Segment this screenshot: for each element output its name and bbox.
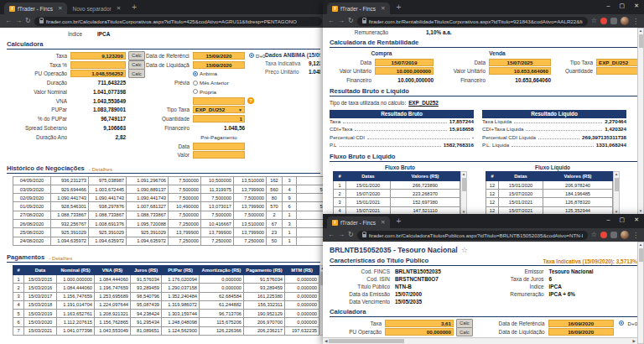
calc-button[interactable]: Calc — [456, 319, 473, 328]
forward-icon[interactable]: → — [15, 18, 22, 24]
fluxo-liquido-scrollbar[interactable]: ▲▼ — [613, 171, 620, 215]
quantidade-input[interactable]: 1 — [193, 115, 245, 122]
calc-button[interactable]: Calc — [128, 51, 145, 60]
tab-ftrader[interactable]: f fTrader - Fincs ✕ — [4, 3, 67, 14]
tab-ftrader[interactable]: f fTrader - Fincs ✕ — [327, 216, 390, 228]
field-input[interactable] — [70, 61, 126, 69]
help-icon[interactable]: ? — [247, 97, 254, 104]
address-field[interactable]: ftrader.com.br/RentabilidadeTitulosCorpo… — [357, 17, 588, 26]
venda-vu-input[interactable]: 10.653,664060 — [489, 67, 551, 75]
prepag-valor-input[interactable] — [193, 151, 245, 159]
field-label: Data da Emissão — [330, 291, 390, 297]
bookmark-star-icon[interactable]: ☆ — [591, 18, 597, 24]
address-field[interactable]: ftrader.com.br/CalculadoraTitulosCorpora… — [34, 17, 322, 26]
minimize-button[interactable]: – — [607, 216, 610, 223]
menu-kebab-icon[interactable]: ⋮ — [632, 232, 639, 239]
data-referencia-input[interactable]: 16/09/2020 — [548, 320, 614, 327]
venda-data-input[interactable]: 15/07/2025 — [489, 59, 551, 66]
result-value: 15,918658 — [449, 126, 474, 132]
tab-close-icon[interactable]: ✕ — [117, 5, 121, 12]
tab-close-icon[interactable]: ✕ — [58, 5, 62, 12]
table-cell: 1.041,077398 — [57, 326, 95, 335]
field-label: Valor Nominal — [7, 89, 67, 95]
profile-avatar[interactable] — [621, 17, 629, 25]
calc-button[interactable]: Calc — [456, 327, 473, 336]
previa-anbima-radio[interactable] — [193, 71, 198, 76]
fluxo-bruto-scrollbar[interactable]: ▲▼ — [460, 171, 467, 215]
extension-red-icon[interactable] — [600, 18, 607, 24]
d0-radio[interactable] — [619, 321, 624, 326]
table-cell: 5 — [13, 310, 24, 318]
table-cell: 3 — [283, 220, 297, 228]
maximize-button[interactable]: ▢ — [620, 3, 626, 9]
extension-icon[interactable] — [610, 232, 617, 238]
compra-header: Compra — [330, 50, 434, 58]
previa-custom-input[interactable] — [193, 97, 245, 105]
calc-button[interactable]: Calc — [128, 60, 145, 70]
reload-icon[interactable]: ↻ — [348, 232, 354, 238]
back-icon[interactable]: ← — [5, 18, 12, 24]
historico-table-wrap: 04/09/2020936,231273975,0389871.091,2967… — [7, 176, 320, 246]
horizontal-scrollbar[interactable]: ◀▶ — [323, 337, 637, 344]
extension-icon[interactable] — [610, 18, 617, 24]
address-field[interactable]: ftrader.com.br/CalculadoraTitulosPublico… — [357, 231, 588, 240]
previa-mes-anterior-radio[interactable] — [193, 81, 198, 86]
table-cell: 162 — [267, 176, 283, 185]
table-cell: 1.095,720088 — [127, 220, 169, 228]
forward-icon[interactable]: → — [338, 18, 345, 24]
new-tab-button[interactable]: + — [132, 3, 137, 12]
page-scrollbar[interactable]: ▲ — [637, 242, 644, 344]
maximize-button[interactable]: ▢ — [620, 216, 626, 223]
new-tab-button[interactable]: + — [396, 3, 401, 12]
column-header: Datas — [499, 171, 543, 180]
menu-kebab-icon[interactable]: ⋮ — [632, 18, 639, 25]
pu-operacao-input[interactable]: 00,000000 — [385, 328, 454, 336]
table-cell: 1.094,635972 — [51, 237, 89, 245]
browser-window-titulos-publicos: f fTrader - Fincs ✕ + – ▢ ✕ ← → ↻ ftrade… — [323, 214, 644, 344]
data-liquidacao-input[interactable]: 16/09/2020 — [548, 328, 614, 336]
previa-propria-radio[interactable] — [193, 89, 198, 94]
section-pagamentos: Pagamentos - Detalhes — [7, 253, 320, 263]
data-liquidacao-input[interactable]: 15/09/2020 — [193, 61, 245, 69]
calc-button[interactable]: Calc — [128, 69, 145, 78]
compra-data-input[interactable]: 15/07/2019 — [375, 59, 434, 66]
field-row: EmissorTesouro Nacional — [484, 268, 638, 275]
table-cell: 1.090,441743 — [127, 194, 169, 202]
historico-detalhes-link[interactable]: - Detalhes — [89, 166, 112, 172]
tab-close-icon[interactable]: ✕ — [381, 5, 385, 12]
back-icon[interactable]: ← — [328, 232, 335, 238]
field-input[interactable]: 9,123200 — [70, 52, 126, 60]
tab-ftrader[interactable]: f fTrader - Fincs ✕ — [327, 3, 390, 14]
forward-icon[interactable]: → — [338, 232, 345, 238]
data-referencia-input[interactable]: 15/09/2020 — [193, 52, 245, 60]
tab-new-separator[interactable]: Novo separador ✕ — [67, 3, 126, 14]
tipo-taxa-select[interactable]: EXP_DU252 ▼ — [193, 106, 245, 113]
remuneracao-label: Remuneração — [330, 29, 388, 35]
taxa-input[interactable]: 3,61 — [385, 320, 454, 327]
pagamentos-detalhes-link[interactable]: - Detalhes — [49, 255, 72, 261]
result-value: - — [472, 134, 474, 140]
reload-icon[interactable]: ↻ — [348, 18, 354, 24]
close-button[interactable]: ✕ — [634, 3, 639, 9]
favorite-star-icon[interactable]: ☆ — [461, 246, 468, 254]
extension-red-icon[interactable] — [600, 232, 607, 238]
historico-table: 04/09/2020936,231273975,0389871.091,2967… — [13, 176, 327, 246]
close-button[interactable]: ✕ — [634, 216, 639, 223]
d0-radio[interactable] — [249, 53, 254, 58]
field-input[interactable]: 1.048,556252 — [70, 70, 126, 77]
column-header: # — [334, 171, 346, 180]
prepag-data-input[interactable] — [193, 143, 245, 150]
field-value: 15/05/2035 — [395, 299, 422, 305]
new-tab-button[interactable]: + — [396, 217, 401, 226]
table-cell: 1.224,097644 — [95, 300, 131, 309]
tab-close-icon[interactable]: ✕ — [381, 219, 385, 226]
profile-avatar[interactable] — [621, 231, 629, 239]
compra-vu-input[interactable]: 10.000,000000 — [375, 67, 434, 75]
table-cell: 13,799900 — [234, 202, 267, 211]
reload-icon[interactable]: ↻ — [25, 18, 31, 24]
back-icon[interactable]: ← — [328, 18, 335, 24]
bookmark-star-icon[interactable]: ☆ — [591, 232, 597, 238]
minimize-button[interactable]: – — [607, 3, 610, 9]
page-scrollbar[interactable]: ▲▼ — [637, 28, 644, 215]
table-cell: 15/07/2020 — [499, 190, 543, 198]
